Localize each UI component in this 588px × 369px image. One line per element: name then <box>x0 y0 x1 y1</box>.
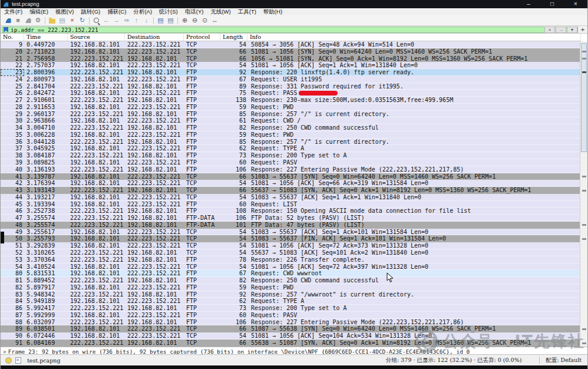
go-forward-icon[interactable]: → <box>111 16 121 25</box>
packet-row[interactable]: 302.963866192.168.82.101222.223.152.221F… <box>1 117 581 124</box>
restore-button[interactable]: □ <box>540 0 564 8</box>
packet-row[interactable]: 393.089825192.168.82.101222.223.152.221F… <box>1 159 581 166</box>
display-filter-input[interactable] <box>11 27 544 33</box>
capture-comment-icon[interactable] <box>15 357 21 364</box>
zoom-in-icon[interactable]: ⊕ <box>180 16 190 25</box>
menu-item[interactable]: 分析(A) <box>130 8 156 15</box>
packet-row[interactable]: 242.800973192.168.82.101222.223.152.221F… <box>1 76 581 83</box>
packet-row[interactable]: 252.841704222.223.152.221192.168.82.101F… <box>1 83 581 90</box>
packet-row[interactable]: 403.136193222.223.152.221192.168.82.101F… <box>1 166 581 173</box>
packet-row[interactable]: 222.757037192.168.82.101222.223.152.221T… <box>1 62 581 69</box>
packet-row[interactable]: 543.410524192.168.82.101222.223.152.221T… <box>1 263 581 271</box>
packet-row[interactable]: 865.992417222.223.152.221192.168.82.101F… <box>1 305 581 312</box>
packet-row[interactable]: 383.084187222.223.152.221192.168.82.101F… <box>1 152 581 159</box>
packet-row[interactable]: 353.006228192.168.82.101222.223.152.221F… <box>1 131 581 139</box>
filter-bookmark-icon[interactable] <box>4 27 8 32</box>
find-packet-icon[interactable] <box>91 16 101 25</box>
menu-item[interactable]: 电话(Y) <box>181 8 207 15</box>
expander-icon[interactable]: > <box>3 348 6 354</box>
packet-row[interactable]: 825.897917192.168.82.101222.223.152.221F… <box>1 284 581 291</box>
packet-row[interactable]: 90.449720192.168.82.101222.223.152.221TC… <box>1 41 581 48</box>
packet-row[interactable]: 463.252738222.223.152.221192.168.82.101F… <box>1 207 581 215</box>
colorize-icon[interactable]: ▤ <box>166 16 176 25</box>
menu-item[interactable]: 帮助(H) <box>260 8 286 15</box>
packet-row[interactable]: 343.004710222.223.152.221192.168.82.101F… <box>1 124 581 131</box>
menu-item[interactable]: 工具(T) <box>234 8 260 15</box>
status-profile[interactable]: 配置: Default <box>539 357 587 364</box>
cell-dst: 222.223.152.221 <box>125 76 184 83</box>
menu-item[interactable]: 跳转(G) <box>77 8 104 15</box>
packet-row[interactable]: 906.072446192.168.82.101222.223.152.221T… <box>1 332 581 340</box>
column-header-no[interactable]: No. <box>1 34 24 41</box>
packet-row[interactable]: 483.255574222.223.152.221192.168.82.101F… <box>1 222 581 229</box>
packet-row[interactable]: 513.292839192.168.82.101222.223.152.221T… <box>1 242 581 249</box>
packet-row[interactable]: 503.255793192.168.82.101222.223.152.221T… <box>1 235 581 242</box>
reload-icon[interactable]: ↻ <box>77 16 87 25</box>
packet-row[interactable]: 473.255574222.223.152.221192.168.82.101F… <box>1 215 581 222</box>
auto-scroll-icon[interactable]: ▤ <box>156 16 166 25</box>
resize-columns-icon[interactable]: ↔ <box>210 16 220 25</box>
menu-item[interactable]: 捕获(C) <box>104 8 130 15</box>
go-back-icon[interactable]: ← <box>101 16 111 25</box>
zoom-out-icon[interactable]: ⊖ <box>190 16 200 25</box>
packet-details-pane[interactable]: >Frame 23: 92 bytes on wire (736 bits), … <box>1 347 587 354</box>
packet-row[interactable]: 413.139787192.168.82.101222.223.152.221T… <box>1 173 581 180</box>
packet-row[interactable]: 272.910601222.223.152.221192.168.82.101F… <box>1 97 581 104</box>
restart-capture-icon[interactable] <box>23 16 33 25</box>
packet-row[interactable]: 916.084169222.223.152.221192.168.82.101T… <box>1 340 581 347</box>
save-file-icon[interactable]: ▤ <box>57 16 67 25</box>
packet-row[interactable]: 282.911653192.168.82.101222.223.152.221F… <box>1 104 581 111</box>
cell-len: 54 <box>220 235 247 242</box>
capture-options-icon[interactable]: ⚙ <box>33 16 43 25</box>
packet-row[interactable]: 232.800396222.223.152.221192.168.82.101F… <box>1 69 581 76</box>
packet-row[interactable]: 493.255617192.168.82.101222.223.152.221T… <box>1 229 581 236</box>
minimize-button[interactable]: – <box>517 0 540 8</box>
column-header-len[interactable]: Length <box>220 34 247 41</box>
start-capture-icon[interactable] <box>3 16 13 25</box>
column-header-info[interactable]: Info <box>247 34 581 41</box>
go-last-icon[interactable]: ↓ <box>141 16 151 25</box>
column-header-time[interactable]: Time <box>24 34 68 41</box>
packet-row[interactable]: 363.044128222.223.152.221192.168.82.101F… <box>1 139 581 146</box>
go-first-icon[interactable]: ↑ <box>131 16 141 25</box>
menu-item[interactable]: 编辑(E) <box>26 8 52 15</box>
menu-item[interactable]: 无线(W) <box>207 8 234 15</box>
packet-row[interactable]: 202.711023192.168.82.101222.223.152.221T… <box>1 48 581 55</box>
packet-row[interactable]: 805.831531192.168.82.101222.223.152.221F… <box>1 270 581 277</box>
stop-capture-icon[interactable]: ■ <box>13 16 23 25</box>
packet-row[interactable]: 875.992999192.168.82.101222.223.152.221F… <box>1 312 581 319</box>
add-filter-button[interactable]: + <box>578 26 587 33</box>
column-header-src[interactable]: Source <box>68 34 125 41</box>
zoom-reset-icon[interactable]: ⊙ <box>200 16 210 25</box>
packet-row[interactable]: 835.948342222.223.152.221192.168.82.101F… <box>1 291 581 298</box>
packet-row[interactable]: 886.032097222.223.152.221192.168.82.101F… <box>1 319 581 326</box>
display-filter-field[interactable]: × → ▾ <box>2 27 578 33</box>
column-header-dst[interactable]: Destination <box>125 34 184 41</box>
packet-row[interactable]: 523.310265222.223.152.221192.168.82.101T… <box>1 249 581 256</box>
packet-row[interactable]: 433.193143222.223.152.221192.168.82.101T… <box>1 187 581 194</box>
packet-row[interactable]: 845.949189192.168.82.101222.223.152.221F… <box>1 298 581 305</box>
packet-row[interactable]: 896.038501192.168.82.101222.223.152.221T… <box>1 325 581 332</box>
packet-row[interactable]: 212.756958222.223.152.221192.168.82.101T… <box>1 55 581 62</box>
packet-row[interactable]: 815.889452222.223.152.221192.168.82.101F… <box>1 277 581 284</box>
go-to-packet-icon[interactable]: ⇒ <box>121 16 131 25</box>
apply-filter-button[interactable]: → <box>556 27 566 33</box>
expert-info-icon[interactable] <box>5 357 12 364</box>
menu-item[interactable]: 文件(F) <box>1 8 26 15</box>
packet-row[interactable]: 453.193394192.168.82.101222.223.152.221F… <box>1 201 581 208</box>
packet-row[interactable]: 292.960137222.223.152.221192.168.82.101F… <box>1 111 581 118</box>
packet-row[interactable]: 423.176394192.168.82.101222.223.152.221T… <box>1 180 581 187</box>
packet-row[interactable]: 443.193217192.168.82.101222.223.152.221T… <box>1 194 581 201</box>
column-header-proto[interactable]: Protocol <box>184 34 220 41</box>
menu-item[interactable]: 视图(V) <box>52 8 78 15</box>
packet-row[interactable]: 262.842472192.168.82.101222.223.152.221F… <box>1 90 581 97</box>
close-file-icon[interactable]: × <box>67 16 77 25</box>
clear-filter-button[interactable]: × <box>544 27 555 33</box>
close-button[interactable]: × <box>564 0 587 8</box>
vertical-scrollbar[interactable] <box>580 41 587 347</box>
open-file-icon[interactable] <box>47 16 57 25</box>
packet-row[interactable]: 533.370364222.223.152.221192.168.82.101F… <box>1 256 581 263</box>
filter-dropdown-icon[interactable]: ▾ <box>567 27 577 33</box>
menu-item[interactable]: 统计(S) <box>156 8 181 15</box>
packet-row[interactable]: 373.045925192.168.82.101222.223.152.221F… <box>1 145 581 152</box>
